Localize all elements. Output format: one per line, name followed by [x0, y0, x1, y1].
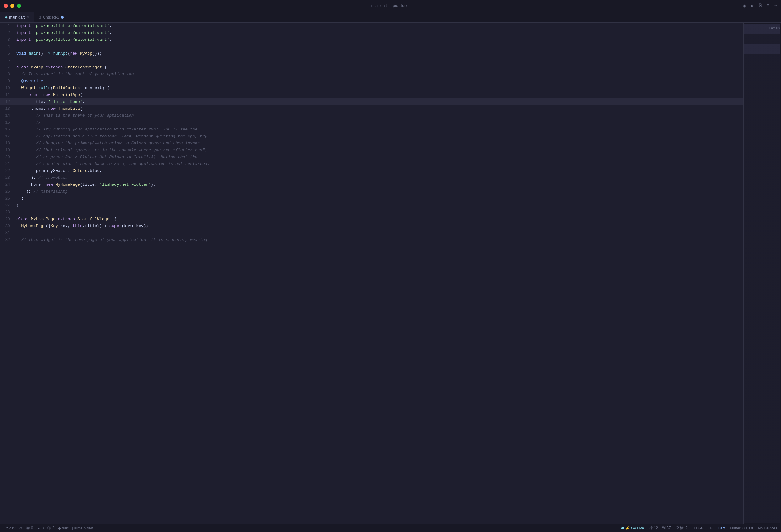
line-content — [15, 230, 743, 237]
maximize-button[interactable] — [17, 4, 21, 8]
line-number: 27 — [0, 202, 15, 209]
code-editor[interactable]: 1import 'package:flutter/material.dart';… — [0, 23, 743, 524]
table-row: 12 title: 'Flutter Demo', — [0, 98, 743, 106]
table-row: 14 // This is the theme of your applicat… — [0, 112, 743, 119]
line-content: // "hot reload" (press "r" in the consol… — [15, 147, 743, 154]
go-live-indicator — [621, 527, 624, 530]
minimap-label: Eam 08 — [769, 26, 780, 30]
run-icon[interactable]: ▶ — [751, 3, 754, 9]
table-row: 5void main() => runApp(new MyApp()); — [0, 50, 743, 57]
line-content — [15, 57, 743, 64]
dart-info[interactable]: ◆ dart — [58, 526, 68, 530]
line-content — [15, 209, 743, 216]
table-row: 21 // counter didn't reset back to zero;… — [0, 161, 743, 167]
line-content: title: 'Flutter Demo', — [15, 98, 743, 106]
line-number: 7 — [0, 64, 15, 71]
line-content: // application has a blue toolbar. Then,… — [15, 133, 743, 140]
status-left: ⎇ dev ↻ ⓪ 0 ▲ 0 ⓘ 2 ◆ dart | ≡ main.dart — [4, 525, 93, 531]
table-row: 2import 'package:flutter/material.dart'; — [0, 30, 743, 36]
table-row: 28 — [0, 209, 743, 216]
line-number: 14 — [0, 112, 15, 119]
language-mode[interactable]: Dart — [717, 526, 725, 530]
table-row: 1import 'package:flutter/material.dart'; — [0, 23, 743, 30]
minimap: Eam 08 — [743, 23, 781, 524]
line-content: class MyHomePage extends StatefulWidget … — [15, 216, 743, 223]
line-content: class MyApp extends StatelessWidget { — [15, 64, 743, 71]
line-content: primarySwatch: Colors.blue, — [15, 167, 743, 174]
line-number: 6 — [0, 57, 15, 64]
cursor-position[interactable]: 行 12，列 37 — [649, 525, 670, 531]
table-row: 30 MyHomePage({Key key, this.title}) : s… — [0, 223, 743, 230]
editor-container: 1import 'package:flutter/material.dart';… — [0, 23, 781, 524]
table-row: 26 } — [0, 195, 743, 202]
table-row: 15 // — [0, 119, 743, 126]
indent-info[interactable]: 空格: 2 — [676, 525, 688, 531]
line-content: } — [15, 195, 743, 202]
tab-label-2: Untitled-1 — [43, 15, 59, 19]
tab-untitled-1[interactable]: ◻ Untitled-1 — [34, 12, 68, 22]
sync-button[interactable]: ↻ — [19, 526, 22, 530]
line-content: import 'package:flutter/material.dart'; — [15, 30, 743, 36]
table-row: 6 — [0, 57, 743, 64]
table-row: 11 return new MaterialApp( — [0, 92, 743, 98]
line-content: // changing the primarySwatch below to C… — [15, 140, 743, 147]
line-content: Widget build(BuildContext context) { — [15, 85, 743, 92]
line-number: 18 — [0, 140, 15, 147]
go-live-button[interactable]: ⚡ Go Live — [621, 526, 644, 530]
line-content: // This widget is the home page of your … — [15, 237, 743, 243]
table-row: 31 — [0, 230, 743, 237]
branch-icon: ⎇ — [4, 526, 8, 530]
line-number: 25 — [0, 188, 15, 195]
line-number: 17 — [0, 133, 15, 140]
line-content: // or press Run > Flutter Hot Reload in … — [15, 154, 743, 161]
tab-label: main.dart — [9, 15, 25, 19]
title-bar-actions: ◈ ▶ ⎘ ⊞ ⋯ — [743, 3, 777, 9]
dart-file-icon: ◆ — [5, 15, 7, 19]
line-content — [15, 43, 743, 50]
line-content: return new MaterialApp( — [15, 92, 743, 98]
table-row: 32 // This widget is the home page of yo… — [0, 237, 743, 243]
status-bar: ⎇ dev ↻ ⓪ 0 ▲ 0 ⓘ 2 ◆ dart | ≡ main.dart… — [0, 524, 781, 532]
line-content: home: new MyHomePage(title: 'lishaoy.net… — [15, 181, 743, 188]
line-number: 5 — [0, 50, 15, 57]
line-number: 21 — [0, 161, 15, 167]
encoding-info[interactable]: UTF-8 — [693, 526, 703, 530]
line-number: 8 — [0, 71, 15, 78]
line-number: 15 — [0, 119, 15, 126]
file-info[interactable]: | ≡ main.dart — [72, 526, 93, 530]
split-editor-icon[interactable]: ⎘ — [759, 3, 762, 8]
table-row: 25 ); // MaterialApp — [0, 188, 743, 195]
close-button[interactable] — [4, 4, 8, 8]
status-right: ⚡ Go Live 行 12，列 37 空格: 2 UTF-8 LF Dart … — [621, 525, 777, 531]
line-content: ); // MaterialApp — [15, 188, 743, 195]
flutter-sdk-info[interactable]: Flutter: 0.10.0 — [730, 526, 753, 530]
table-row: 16 // Try running your application with … — [0, 126, 743, 133]
tab-close-button[interactable]: × — [27, 15, 29, 19]
line-number: 23 — [0, 174, 15, 181]
minimize-button[interactable] — [10, 4, 14, 8]
line-number: 9 — [0, 78, 15, 85]
table-row: 27} — [0, 202, 743, 209]
line-number: 13 — [0, 106, 15, 112]
title-bar: main.dart — pro_flutter ◈ ▶ ⎘ ⊞ ⋯ — [0, 0, 781, 11]
git-branch[interactable]: ⎇ dev — [4, 526, 15, 530]
line-content: // Try running your application with "fl… — [15, 126, 743, 133]
bookmark-icon[interactable]: ◈ — [743, 3, 746, 9]
devices-selector[interactable]: No Devices — [758, 526, 777, 530]
table-row: 29class MyHomePage extends StatefulWidge… — [0, 216, 743, 223]
line-number: 30 — [0, 223, 15, 230]
table-row: 10 Widget build(BuildContext context) { — [0, 85, 743, 92]
line-ending-info[interactable]: LF — [708, 526, 713, 530]
errors-count[interactable]: ⓪ 0 — [26, 525, 33, 531]
line-number: 3 — [0, 36, 15, 43]
table-row: 9 @override — [0, 78, 743, 85]
line-content: // This is the theme of your application… — [15, 112, 743, 119]
info-count[interactable]: ⓘ 2 — [47, 525, 54, 531]
line-content: ), // ThemeData — [15, 174, 743, 181]
table-row: 3import 'package:flutter/material.dart'; — [0, 36, 743, 43]
more-icon[interactable]: ⋯ — [774, 3, 777, 9]
code-table: 1import 'package:flutter/material.dart';… — [0, 23, 743, 243]
layout-icon[interactable]: ⊞ — [767, 3, 769, 9]
tab-main-dart[interactable]: ◆ main.dart × — [0, 12, 34, 22]
warnings-count[interactable]: ▲ 0 — [37, 526, 44, 530]
